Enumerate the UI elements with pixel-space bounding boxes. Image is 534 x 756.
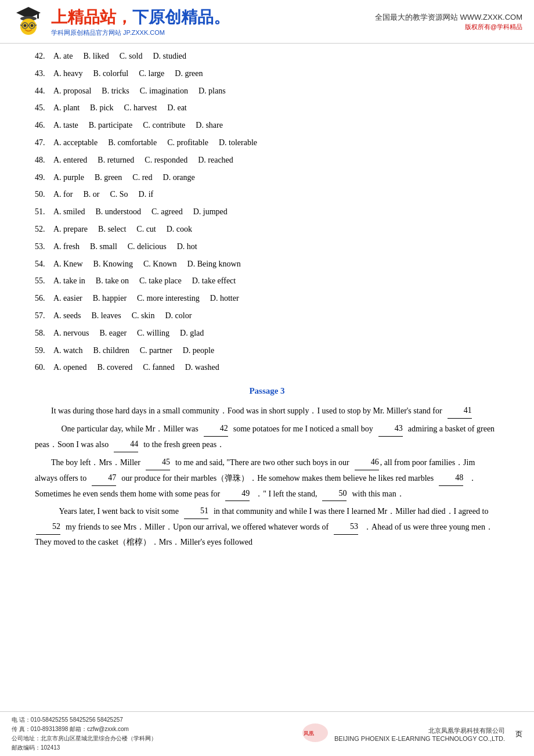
q-num: 53.	[35, 240, 53, 254]
blank-44: 44	[114, 437, 138, 452]
option-d: D. tolerable	[219, 136, 257, 150]
mc-item: 49.A. purpleB. greenC. redD. orange	[35, 171, 499, 185]
option-c: C. contribute	[143, 118, 185, 132]
q-num: 50.	[35, 188, 53, 201]
footer-fax: 传 真：010-89313898 邮箱：czfw@zxxk.com	[12, 725, 157, 734]
option-b: B. liked	[83, 49, 109, 63]
option-d: D. people	[183, 344, 214, 358]
footer-contact: 电 话：010-58425255 58425256 58425257 传 真：0…	[12, 715, 157, 753]
option-c: C. red	[132, 171, 152, 185]
option-b: B. happier	[93, 291, 127, 305]
option-b: B. small	[90, 240, 117, 254]
passage-para1: It was during those hard days in a small…	[35, 403, 499, 419]
q-num: 58.	[35, 326, 53, 340]
footer-company: 北京凤凰学易科技有限公司 BEIJING PHOENIX E-LEARNING …	[334, 726, 505, 742]
mc-item: 57.A. seedsB. leavesC. skinD. color	[35, 309, 499, 323]
blank-50: 50	[322, 486, 347, 502]
option-c: C. responded	[145, 153, 187, 167]
mc-item: 48.A. enteredB. returnedC. respondedD. r…	[35, 153, 499, 167]
footer-address: 公司地址：北京市房山区星城北里综合办公楼（学科网）	[12, 734, 157, 743]
mc-item: 47.A. acceptableB. comfortableC. profita…	[35, 136, 499, 150]
q-num: 43.	[35, 67, 53, 81]
option-d: D. reached	[198, 153, 233, 167]
option-a: A. nervous	[53, 326, 89, 340]
mc-item: 46.A. tasteB. participateC. contributeD.…	[35, 118, 499, 132]
blank-46: 46	[355, 455, 379, 470]
option-c: C. take place	[139, 274, 182, 288]
option-c: C. Known	[143, 257, 177, 271]
q-num: 45.	[35, 101, 53, 115]
footer-tel: 电 话：010-58425255 58425256 58425257	[12, 715, 157, 725]
option-b: B. Knowing	[93, 257, 133, 271]
option-d: D. if	[139, 188, 154, 201]
option-d: D. take effect	[192, 274, 236, 288]
option-a: A. smiled	[53, 205, 85, 219]
option-d: D. eat	[167, 101, 186, 115]
option-c: C. skin	[132, 309, 155, 323]
option-a: A. purple	[53, 171, 84, 185]
q-num: 52.	[35, 222, 53, 236]
option-a: A. heavy	[53, 67, 83, 81]
footer-postal: 邮政编码：102413	[12, 743, 157, 753]
option-d: D. color	[165, 309, 192, 323]
option-b: B. take on	[96, 274, 129, 288]
mc-item: 42.A. ateB. likedC. soldD. studied	[35, 49, 499, 63]
header-title: 上精品站，下原创精品。	[51, 6, 230, 28]
mc-list: 42.A. ateB. likedC. soldD. studied43.A. …	[35, 49, 499, 375]
blank-47: 47	[92, 470, 116, 486]
footer: 电 话：010-58425255 58425256 58425257 传 真：0…	[0, 711, 534, 756]
blank-45: 45	[146, 455, 170, 470]
option-a: A. opened	[53, 361, 87, 375]
option-c: C. large	[139, 67, 164, 81]
option-d: D. hot	[177, 240, 197, 254]
svg-line-7	[20, 25, 22, 26]
header-left: 上精品站，下原创精品。 学科网原创精品官方网站 JP.ZXXK.COM	[12, 5, 230, 38]
option-d: D. share	[196, 118, 223, 132]
option-c: C. willing	[137, 326, 169, 340]
option-d: D. cook	[167, 222, 192, 236]
mc-item: 52.A. prepareB. selectC. cutD. cook	[35, 222, 499, 236]
phoenix-logo-icon: 凤凰	[301, 721, 330, 744]
option-b: B. pick	[90, 101, 113, 115]
q-num: 51.	[35, 205, 53, 219]
mc-item: 54.A. KnewB. KnowingC. KnownD. Being kno…	[35, 257, 499, 271]
mc-item: 58.A. nervousB. eagerC. willingD. glad	[35, 326, 499, 340]
passage-para2: One particular day, while Mr．Miller was …	[35, 421, 499, 452]
option-a: A. take in	[53, 274, 85, 288]
option-b: B. or	[83, 188, 99, 201]
option-c: C. partner	[140, 344, 172, 358]
q-num: 49.	[35, 171, 53, 185]
q-num: 60.	[35, 361, 53, 375]
option-d: D. glad	[180, 326, 204, 340]
passage-text: It was during those hard days in a small…	[35, 403, 499, 550]
blank-53: 53	[334, 519, 358, 535]
passage-para3: The boy left．Mrs．Miller 45 to me and sai…	[35, 455, 499, 502]
passage-para4: Years later, I went back to visit some 5…	[35, 503, 499, 550]
option-b: B. colorful	[93, 67, 129, 81]
footer-logo-area: 凤凰	[301, 721, 330, 747]
mc-item: 51.A. smiledB. understoodC. agreedD. jum…	[35, 205, 499, 219]
option-b: B. comfortable	[108, 136, 157, 150]
footer-company-cn: 北京凤凰学易科技有限公司	[334, 726, 505, 735]
option-c: C. So	[110, 188, 128, 201]
blank-48: 48	[439, 470, 463, 486]
q-num: 46.	[35, 118, 53, 132]
option-b: B. children	[93, 344, 129, 358]
blank-49: 49	[225, 486, 250, 502]
site-name: 全国最大的教学资源网站 WWW.ZXXK.COM	[375, 12, 522, 23]
option-b: B. participate	[89, 118, 132, 132]
option-d: D. Being known	[187, 257, 241, 271]
option-a: A. Knew	[53, 257, 83, 271]
header-title-red: 上精品站，	[51, 8, 132, 26]
option-d: D. green	[175, 67, 203, 81]
option-a: A. proposal	[53, 84, 91, 98]
option-a: A. entered	[53, 153, 87, 167]
option-b: B. leaves	[91, 309, 121, 323]
mc-item: 45.A. plantB. pickC. harvestD. eat	[35, 101, 499, 115]
option-c: C. profitable	[167, 136, 208, 150]
option-b: B. select	[98, 222, 126, 236]
option-c: C. fanned	[143, 361, 174, 375]
option-c: C. delicious	[128, 240, 167, 254]
blank-41: 41	[448, 403, 472, 419]
blank-51: 51	[184, 503, 208, 519]
